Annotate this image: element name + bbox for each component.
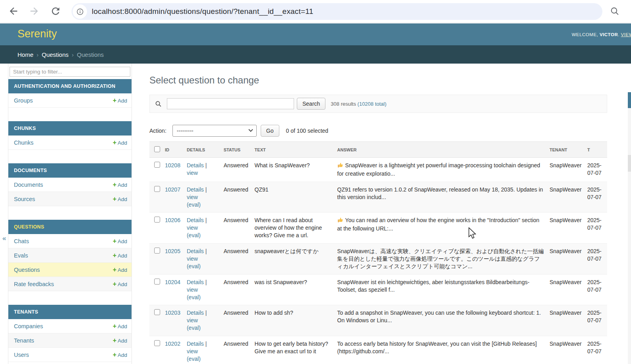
sidebar-item-link[interactable]: Chats: [14, 238, 29, 244]
view-link[interactable]: view: [187, 287, 198, 293]
plus-icon: +: [113, 266, 116, 273]
sidebar-item[interactable]: Tenants +Add: [8, 333, 132, 348]
view-link[interactable]: view: [187, 194, 198, 200]
question-text: snapweaverとは何ですか: [255, 244, 337, 275]
view-link[interactable]: view: [187, 256, 198, 262]
sidebar-item[interactable]: Rate feedbacks +Add: [8, 277, 132, 291]
sidebar-add-link[interactable]: +Add: [113, 139, 127, 146]
row-checkbox[interactable]: [154, 217, 160, 223]
breadcrumb-home[interactable]: Home: [17, 51, 33, 58]
question-id-link[interactable]: 10204: [165, 279, 180, 285]
details-link[interactable]: Details: [187, 186, 204, 193]
sidebar-item[interactable]: Users +Add: [8, 348, 132, 362]
eval-link[interactable]: (eval): [187, 201, 201, 208]
scrollbar-thumb[interactable]: [628, 155, 631, 172]
row-checkbox[interactable]: [154, 279, 160, 285]
search-button[interactable]: Search: [297, 98, 325, 110]
go-button[interactable]: Go: [261, 125, 279, 137]
row-checkbox[interactable]: [154, 248, 160, 254]
eval-link[interactable]: (eval): [187, 294, 201, 300]
row-checkbox[interactable]: [154, 340, 160, 346]
select-all-checkbox[interactable]: [154, 146, 160, 152]
col-header-status[interactable]: STATUS: [224, 142, 255, 158]
eval-link[interactable]: (eval): [187, 325, 201, 331]
address-bar[interactable]: localhost:8000/admin/questions/question/…: [72, 3, 602, 20]
details-link[interactable]: Details: [187, 217, 204, 223]
sidebar-item-link[interactable]: Companies: [14, 323, 43, 329]
zoom-search-icon[interactable]: [610, 6, 620, 16]
sidebar-item-link[interactable]: Rate feedbacks: [14, 281, 54, 287]
view-link[interactable]: view: [187, 348, 198, 354]
view-link[interactable]: view: [187, 317, 198, 323]
sidebar-item[interactable]: Chats +Add: [8, 234, 132, 248]
sidebar-section-gap: [8, 150, 132, 163]
question-text: How to get early beta history? Give me a…: [255, 336, 337, 364]
sidebar-item-link[interactable]: Users: [14, 352, 29, 358]
reload-icon[interactable]: [50, 6, 61, 17]
sidebar-item-link[interactable]: Evals: [14, 252, 28, 259]
action-select[interactable]: ---------: [172, 125, 257, 137]
sidebar-item[interactable]: Groups +Add: [8, 93, 132, 108]
sidebar-filter-input[interactable]: [10, 67, 130, 77]
col-header-tenant[interactable]: TENANT: [550, 142, 587, 158]
details-link[interactable]: Details: [187, 341, 204, 347]
period: .: [618, 32, 619, 37]
eval-link[interactable]: (eval): [187, 263, 201, 269]
sidebar-add-link[interactable]: +Add: [113, 337, 127, 344]
sidebar-item-link[interactable]: Questions: [14, 267, 40, 273]
view-site-link[interactable]: VIEW: [621, 32, 631, 37]
forward-icon[interactable]: [29, 6, 40, 17]
sidebar-item[interactable]: Questions +Add: [8, 263, 132, 277]
details-link[interactable]: Details: [187, 248, 204, 254]
eval-link[interactable]: (eval): [187, 356, 201, 362]
col-header-answer[interactable]: ANSWER: [337, 142, 550, 158]
sidebar-item-link[interactable]: Chunks: [14, 139, 33, 146]
back-icon[interactable]: [8, 6, 19, 17]
total-count-link[interactable]: (10208 total): [358, 101, 387, 107]
sidebar-item[interactable]: Chunks +Add: [8, 136, 132, 150]
sidebar-add-link[interactable]: +Add: [113, 281, 127, 288]
view-link[interactable]: view: [187, 170, 198, 176]
col-header-t[interactable]: T: [587, 142, 607, 158]
search-input[interactable]: [167, 98, 294, 109]
sidebar-add-link[interactable]: +Add: [113, 323, 127, 330]
sidebar-add-link[interactable]: +Add: [113, 238, 127, 245]
sidebar-add-link[interactable]: +Add: [113, 196, 127, 203]
sidebar-collapse-toggle[interactable]: «: [2, 234, 6, 242]
eval-link[interactable]: (eval): [187, 232, 201, 238]
sidebar-item-link[interactable]: Documents: [14, 182, 43, 188]
question-id-link[interactable]: 10205: [165, 248, 180, 254]
sidebar-add-link[interactable]: +Add: [113, 97, 127, 104]
sidebar-item[interactable]: Sources +Add: [8, 192, 132, 206]
sidebar-item-link[interactable]: Groups: [14, 97, 33, 104]
question-id-link[interactable]: 10202: [165, 341, 180, 347]
sidebar-add-link[interactable]: +Add: [113, 181, 127, 188]
sidebar-add-link[interactable]: +Add: [113, 252, 127, 259]
tenant-text: SnapWeaver: [550, 274, 587, 305]
col-header-id[interactable]: ID: [165, 142, 187, 158]
tenant-text: SnapWeaver: [550, 336, 587, 364]
question-id-link[interactable]: 10206: [165, 217, 180, 223]
sidebar-item[interactable]: Companies +Add: [8, 319, 132, 333]
sidebar-item-link[interactable]: Tenants: [14, 337, 34, 344]
sidebar-item[interactable]: Documents +Add: [8, 178, 132, 192]
col-header-text[interactable]: TEXT: [255, 142, 337, 158]
site-brand[interactable]: Serenity: [17, 28, 57, 40]
details-link[interactable]: Details: [187, 279, 204, 285]
row-checkbox[interactable]: [154, 309, 160, 315]
row-checkbox[interactable]: [154, 162, 160, 168]
question-id-link[interactable]: 10207: [165, 186, 180, 193]
details-link[interactable]: Details: [187, 162, 204, 168]
sidebar-add-link[interactable]: +Add: [113, 266, 127, 273]
row-checkbox[interactable]: [154, 186, 160, 192]
question-id-link[interactable]: 10203: [165, 310, 180, 316]
sidebar-add-link[interactable]: +Add: [113, 351, 127, 358]
details-link[interactable]: Details: [187, 310, 204, 316]
sidebar-item[interactable]: Evals +Add: [8, 248, 132, 263]
site-info-icon[interactable]: [73, 4, 87, 19]
question-id-link[interactable]: 10208: [165, 162, 180, 168]
view-link[interactable]: view: [187, 225, 198, 231]
breadcrumb-questions-app[interactable]: Questions: [42, 51, 69, 58]
sidebar-item-link[interactable]: Sources: [14, 196, 35, 202]
url-text[interactable]: localhost:8000/admin/questions/question/…: [92, 7, 313, 16]
